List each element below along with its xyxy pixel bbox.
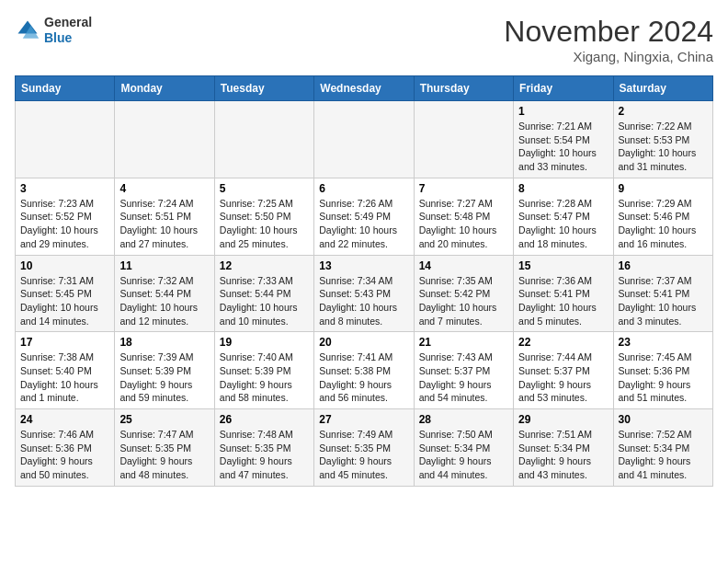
day-number: 13 xyxy=(319,259,408,272)
day-number: 14 xyxy=(419,259,508,272)
month-title: November 2024 xyxy=(504,15,713,49)
calendar-cell: 15Sunrise: 7:36 AM Sunset: 5:41 PM Dayli… xyxy=(514,255,613,332)
day-info: Sunrise: 7:34 AM Sunset: 5:43 PM Dayligh… xyxy=(319,274,408,328)
day-number: 29 xyxy=(518,413,608,426)
calendar-cell: 6Sunrise: 7:26 AM Sunset: 5:49 PM Daylig… xyxy=(314,178,414,255)
day-info: Sunrise: 7:40 AM Sunset: 5:39 PM Dayligh… xyxy=(220,350,309,405)
day-info: Sunrise: 7:48 AM Sunset: 5:35 PM Dayligh… xyxy=(220,428,309,482)
calendar-cell: 2Sunrise: 7:22 AM Sunset: 5:53 PM Daylig… xyxy=(613,101,712,178)
weekday-header-friday: Friday xyxy=(514,76,613,101)
calendar-cell: 26Sunrise: 7:48 AM Sunset: 5:35 PM Dayli… xyxy=(214,409,313,487)
day-number: 10 xyxy=(20,259,109,272)
day-number: 17 xyxy=(20,336,109,349)
calendar-cell: 22Sunrise: 7:44 AM Sunset: 5:37 PM Dayli… xyxy=(514,332,613,409)
day-number: 23 xyxy=(619,336,708,349)
calendar-cell: 24Sunrise: 7:46 AM Sunset: 5:36 PM Dayli… xyxy=(16,409,115,487)
day-info: Sunrise: 7:41 AM Sunset: 5:38 PM Dayligh… xyxy=(319,350,408,405)
day-info: Sunrise: 7:37 AM Sunset: 5:41 PM Dayligh… xyxy=(619,274,708,328)
calendar-cell xyxy=(16,101,115,178)
calendar-cell: 13Sunrise: 7:34 AM Sunset: 5:43 PM Dayli… xyxy=(314,255,414,332)
day-info: Sunrise: 7:49 AM Sunset: 5:35 PM Dayligh… xyxy=(319,428,408,482)
calendar-cell: 8Sunrise: 7:28 AM Sunset: 5:47 PM Daylig… xyxy=(514,178,613,255)
weekday-header-monday: Monday xyxy=(115,76,214,101)
calendar-cell: 4Sunrise: 7:24 AM Sunset: 5:51 PM Daylig… xyxy=(115,178,214,255)
day-number: 9 xyxy=(619,182,708,195)
day-info: Sunrise: 7:39 AM Sunset: 5:39 PM Dayligh… xyxy=(119,350,209,405)
calendar-cell: 27Sunrise: 7:49 AM Sunset: 5:35 PM Dayli… xyxy=(314,409,414,487)
calendar-cell xyxy=(314,101,414,178)
calendar-cell xyxy=(115,101,214,178)
day-info: Sunrise: 7:35 AM Sunset: 5:42 PM Dayligh… xyxy=(419,274,508,328)
calendar-table: SundayMondayTuesdayWednesdayThursdayFrid… xyxy=(15,75,713,487)
weekday-header-thursday: Thursday xyxy=(414,76,513,101)
day-number: 24 xyxy=(20,413,109,426)
calendar-cell: 16Sunrise: 7:37 AM Sunset: 5:41 PM Dayli… xyxy=(613,255,712,332)
day-info: Sunrise: 7:46 AM Sunset: 5:36 PM Dayligh… xyxy=(20,428,109,482)
calendar-cell: 28Sunrise: 7:50 AM Sunset: 5:34 PM Dayli… xyxy=(414,409,513,487)
day-number: 30 xyxy=(619,413,708,426)
logo: General Blue xyxy=(15,15,92,46)
page-header: General Blue November 2024 Xigang, Ningx… xyxy=(15,15,713,64)
day-number: 28 xyxy=(419,413,508,426)
day-number: 27 xyxy=(319,413,408,426)
day-number: 26 xyxy=(220,413,309,426)
day-number: 8 xyxy=(518,182,608,195)
day-number: 1 xyxy=(518,105,608,118)
day-info: Sunrise: 7:38 AM Sunset: 5:40 PM Dayligh… xyxy=(20,350,109,405)
day-number: 11 xyxy=(119,259,209,272)
day-number: 3 xyxy=(20,182,109,195)
day-number: 12 xyxy=(220,259,309,272)
day-number: 5 xyxy=(220,182,309,195)
day-number: 18 xyxy=(119,336,209,349)
calendar-cell: 21Sunrise: 7:43 AM Sunset: 5:37 PM Dayli… xyxy=(414,332,513,409)
day-info: Sunrise: 7:47 AM Sunset: 5:35 PM Dayligh… xyxy=(119,428,209,482)
calendar-cell: 19Sunrise: 7:40 AM Sunset: 5:39 PM Dayli… xyxy=(214,332,313,409)
calendar-cell xyxy=(414,101,513,178)
logo-text: General Blue xyxy=(44,15,92,46)
day-number: 19 xyxy=(220,336,309,349)
calendar-cell: 7Sunrise: 7:27 AM Sunset: 5:48 PM Daylig… xyxy=(414,178,513,255)
weekday-header-saturday: Saturday xyxy=(613,76,712,101)
weekday-header-tuesday: Tuesday xyxy=(214,76,313,101)
day-info: Sunrise: 7:45 AM Sunset: 5:36 PM Dayligh… xyxy=(619,350,708,405)
day-info: Sunrise: 7:43 AM Sunset: 5:37 PM Dayligh… xyxy=(419,350,508,405)
day-info: Sunrise: 7:23 AM Sunset: 5:52 PM Dayligh… xyxy=(20,197,109,251)
calendar-cell: 29Sunrise: 7:51 AM Sunset: 5:34 PM Dayli… xyxy=(514,409,613,487)
day-info: Sunrise: 7:22 AM Sunset: 5:53 PM Dayligh… xyxy=(619,120,708,174)
calendar-cell: 1Sunrise: 7:21 AM Sunset: 5:54 PM Daylig… xyxy=(514,101,613,178)
day-number: 4 xyxy=(119,182,209,195)
day-number: 22 xyxy=(518,336,608,349)
day-info: Sunrise: 7:44 AM Sunset: 5:37 PM Dayligh… xyxy=(518,350,608,405)
calendar-cell: 30Sunrise: 7:52 AM Sunset: 5:34 PM Dayli… xyxy=(613,409,712,487)
calendar-cell: 17Sunrise: 7:38 AM Sunset: 5:40 PM Dayli… xyxy=(16,332,115,409)
calendar-cell: 20Sunrise: 7:41 AM Sunset: 5:38 PM Dayli… xyxy=(314,332,414,409)
day-number: 7 xyxy=(419,182,508,195)
calendar-cell: 23Sunrise: 7:45 AM Sunset: 5:36 PM Dayli… xyxy=(613,332,712,409)
calendar-cell: 5Sunrise: 7:25 AM Sunset: 5:50 PM Daylig… xyxy=(214,178,313,255)
day-number: 25 xyxy=(119,413,209,426)
calendar-cell: 9Sunrise: 7:29 AM Sunset: 5:46 PM Daylig… xyxy=(613,178,712,255)
calendar-cell: 10Sunrise: 7:31 AM Sunset: 5:45 PM Dayli… xyxy=(16,255,115,332)
day-number: 16 xyxy=(619,259,708,272)
day-info: Sunrise: 7:33 AM Sunset: 5:44 PM Dayligh… xyxy=(220,274,309,328)
day-info: Sunrise: 7:28 AM Sunset: 5:47 PM Dayligh… xyxy=(518,197,608,251)
weekday-header-sunday: Sunday xyxy=(16,76,115,101)
calendar-cell: 25Sunrise: 7:47 AM Sunset: 5:35 PM Dayli… xyxy=(115,409,214,487)
day-number: 21 xyxy=(419,336,508,349)
day-number: 20 xyxy=(319,336,408,349)
day-info: Sunrise: 7:32 AM Sunset: 5:44 PM Dayligh… xyxy=(119,274,209,328)
day-info: Sunrise: 7:31 AM Sunset: 5:45 PM Dayligh… xyxy=(20,274,109,328)
day-info: Sunrise: 7:27 AM Sunset: 5:48 PM Dayligh… xyxy=(419,197,508,251)
calendar-cell xyxy=(214,101,313,178)
day-info: Sunrise: 7:52 AM Sunset: 5:34 PM Dayligh… xyxy=(619,428,708,482)
day-info: Sunrise: 7:21 AM Sunset: 5:54 PM Dayligh… xyxy=(518,120,608,174)
logo-icon xyxy=(15,17,40,43)
day-number: 15 xyxy=(518,259,608,272)
day-number: 6 xyxy=(319,182,408,195)
calendar-cell: 18Sunrise: 7:39 AM Sunset: 5:39 PM Dayli… xyxy=(115,332,214,409)
day-number: 2 xyxy=(619,105,708,118)
day-info: Sunrise: 7:36 AM Sunset: 5:41 PM Dayligh… xyxy=(518,274,608,328)
calendar-cell: 3Sunrise: 7:23 AM Sunset: 5:52 PM Daylig… xyxy=(16,178,115,255)
day-info: Sunrise: 7:51 AM Sunset: 5:34 PM Dayligh… xyxy=(518,428,608,482)
day-info: Sunrise: 7:50 AM Sunset: 5:34 PM Dayligh… xyxy=(419,428,508,482)
